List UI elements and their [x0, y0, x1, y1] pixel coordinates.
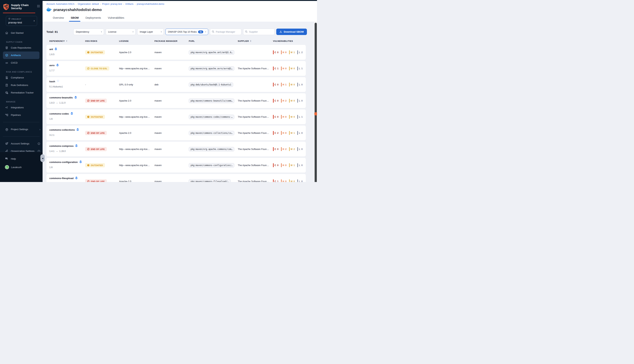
- filter-dependency[interactable]: Dependency▾: [73, 28, 104, 35]
- clock-icon: [87, 164, 90, 166]
- tab-deployments[interactable]: Deployments: [86, 16, 101, 22]
- vulnerabilities-cell: C0H0M1L2: [273, 45, 306, 60]
- table-row[interactable]: bash5.1-6ubuntu1-GPL-3.0-onlydebpkg:deb/…: [47, 77, 306, 92]
- table-row[interactable]: commons-collections3.2.1END OF LIFEApach…: [47, 126, 306, 140]
- download-icon: [279, 30, 282, 34]
- license-cell: Apache-2.0: [119, 174, 154, 182]
- layers-icon[interactable]: [70, 112, 73, 116]
- help-item[interactable]: ? Help: [5, 155, 43, 162]
- layers-icon[interactable]: [75, 144, 78, 148]
- sidebar-item-label: Project Settings: [11, 128, 28, 131]
- purl-value[interactable]: pkg:maven/org.apache.ant/ant@1.6…: [189, 50, 234, 54]
- filter-owasp-oss-top-10-risks[interactable]: OWASP OSS Top 10 Risks01▾: [165, 28, 208, 35]
- column-header-dependency[interactable]: DEPENDENCY▼: [49, 40, 85, 42]
- sidebar-item-organization-settings[interactable]: Organization Settings: [0, 147, 43, 152]
- table-row[interactable]: commons-codec1.6OUTDATEDhttp---www.apach…: [47, 110, 306, 124]
- layers-icon[interactable]: [74, 96, 77, 99]
- license-cell: Apache-2.0: [119, 45, 154, 60]
- scrollbar-thumb[interactable]: [314, 23, 317, 182]
- package-manager-value: maven: [154, 180, 164, 182]
- scrollbar[interactable]: [314, 22, 317, 182]
- vulnerabilities-cell: C0H1M0L0: [273, 77, 306, 92]
- sidebar-item-project-settings[interactable]: Project Settings›: [0, 126, 43, 133]
- filter-license[interactable]: License▾: [106, 28, 136, 35]
- severity-bar: [297, 115, 298, 119]
- breadcrumb-link[interactable]: Artifacts: [125, 3, 134, 5]
- purl-value[interactable]: pkg:maven/commons-beanutils/comm…: [189, 98, 234, 103]
- supplier-value: The Apache Software Foun…: [238, 164, 272, 166]
- vulnerabilities-cell: C1H0M0L0: [273, 174, 306, 182]
- table-row[interactable]: commons-configuration1.6OUTDATEDhttp---w…: [47, 158, 306, 173]
- severity-bar: [281, 50, 282, 54]
- sidebar-item-artifacts[interactable]: Artifacts: [3, 52, 40, 59]
- breadcrumb-link[interactable]: pranaycshah/todolist-demo: [137, 3, 164, 5]
- package-manager-search: [210, 28, 241, 35]
- dependency-name: commons-collections: [49, 128, 75, 131]
- app-grid-icon[interactable]: [37, 4, 40, 8]
- info-icon: [38, 150, 40, 152]
- table-row[interactable]: ant1.6.5OUTDATEDApache-2.0mavenpkg:maven…: [47, 45, 306, 60]
- sort-filter-icon[interactable]: ▼: [66, 40, 68, 42]
- severity-bar: [273, 163, 274, 167]
- user-menu[interactable]: L Lavakush: [5, 164, 43, 171]
- table-row[interactable]: avro1.7.7CLOSE TO EOLhttp---www.apache.o…: [47, 61, 306, 76]
- package-manager-cell: maven: [154, 45, 189, 60]
- severity-count-h: H2: [281, 147, 287, 151]
- license-value: Apache-2.0: [119, 51, 134, 54]
- purl-value[interactable]: pkg:maven/commons-configuration/…: [189, 163, 234, 168]
- purl-cell: pkg:maven/org.apache.avro/avro@1…: [189, 61, 238, 76]
- sort-toggle-icon[interactable]: ▲▼: [250, 40, 251, 42]
- purl-value[interactable]: pkg:maven/commons-codec/commons-…: [189, 115, 234, 119]
- sidebar-item-label: Artifacts: [11, 54, 21, 57]
- supplier-value: The Apache Software Foun…: [238, 116, 272, 118]
- help-label: Help: [11, 158, 16, 160]
- breadcrumb-separator: ›: [76, 3, 77, 5]
- layers-icon[interactable]: [79, 160, 82, 164]
- purl-value[interactable]: pkg:maven/commons-collections/co…: [189, 131, 234, 135]
- breadcrumb-link[interactable]: Project: pranay-test: [102, 3, 122, 5]
- sidebar-item-account-settings[interactable]: Account Settings: [0, 140, 43, 147]
- sidebar-collapse-handle[interactable]: ◀: [40, 154, 45, 162]
- layers-icon[interactable]: [76, 128, 79, 132]
- sidebar-item-pipelines[interactable]: Pipelines: [0, 111, 43, 119]
- tab-sbom[interactable]: SBOM: [71, 16, 79, 22]
- layers-icon[interactable]: [54, 47, 57, 51]
- breadcrumb-link[interactable]: Organization: default: [78, 3, 99, 5]
- package-manager-input[interactable]: [210, 28, 241, 35]
- package-manager-cell: maven: [154, 126, 189, 140]
- project-selector[interactable]: PROJECT pranay-test ›: [6, 16, 37, 26]
- dependency-cell: commons-beanutils1.8.3→1.11.0: [49, 93, 85, 108]
- table-row[interactable]: commons-compress1.4.1→1.28.0END OF LIFEh…: [47, 142, 306, 156]
- download-sbom-button[interactable]: Download SBOM: [276, 28, 307, 35]
- sidebar-item-rule-definitions[interactable]: Rule Definitions: [0, 82, 43, 89]
- severity-bar: [289, 83, 290, 86]
- tab-overview[interactable]: Overview: [53, 16, 64, 22]
- table-row[interactable]: commons-beanutils1.8.3→1.11.0END OF LIFE…: [47, 93, 306, 108]
- purl-value[interactable]: pkg:deb/ubuntu/bash@5.1-6ubuntu1: [189, 82, 233, 87]
- filter-image-layer[interactable]: Image Layer▾: [137, 28, 164, 35]
- sidebar-item-integrations[interactable]: Integrations: [0, 104, 43, 111]
- tab-vulnerabilities[interactable]: Vulnerabilities: [108, 16, 124, 22]
- purl-value[interactable]: pkg:maven/org.apache.commons/com…: [189, 147, 234, 152]
- sidebar-item-code-repositories[interactable]: Code Repositories: [0, 44, 43, 52]
- feedback-widget-dot[interactable]: [314, 112, 317, 116]
- supplier-input[interactable]: [243, 28, 275, 35]
- license-value: Apache-2.0: [119, 99, 134, 102]
- vulnerabilities-cell: C1H0M0L1: [273, 61, 306, 76]
- breadcrumb-link[interactable]: Account: Automation-SSCA: [47, 3, 75, 5]
- table-body: ant1.6.5OUTDATEDApache-2.0mavenpkg:maven…: [47, 45, 317, 182]
- severity-count-l: L0: [297, 180, 303, 182]
- purl-value[interactable]: pkg:maven/org.apache.avro/avro@1…: [189, 66, 234, 71]
- license-value: Apache-2.0: [119, 132, 134, 134]
- sidebar-item-compliance[interactable]: Compliance: [0, 74, 43, 82]
- sidebar-item-remediation-tracker[interactable]: Remediation Tracker: [0, 89, 43, 96]
- column-header-supplier[interactable]: SUPPLIER▲▼: [238, 40, 273, 42]
- layers-icon[interactable]: [75, 176, 78, 180]
- sidebar-item-get-started[interactable]: Get Started: [0, 29, 43, 37]
- sidebar-item-ci-cd[interactable]: ∞CI/CD: [0, 59, 43, 66]
- layers-icon[interactable]: [56, 64, 59, 67]
- purl-value[interactable]: pkg:maven/commons-fileupload/…: [189, 179, 231, 182]
- layers-outline-icon[interactable]: [57, 80, 60, 83]
- severity-count-c: C1: [273, 180, 279, 182]
- table-row[interactable]: commons-fileuploadEND OF LIFEApache-2.0m…: [47, 174, 306, 182]
